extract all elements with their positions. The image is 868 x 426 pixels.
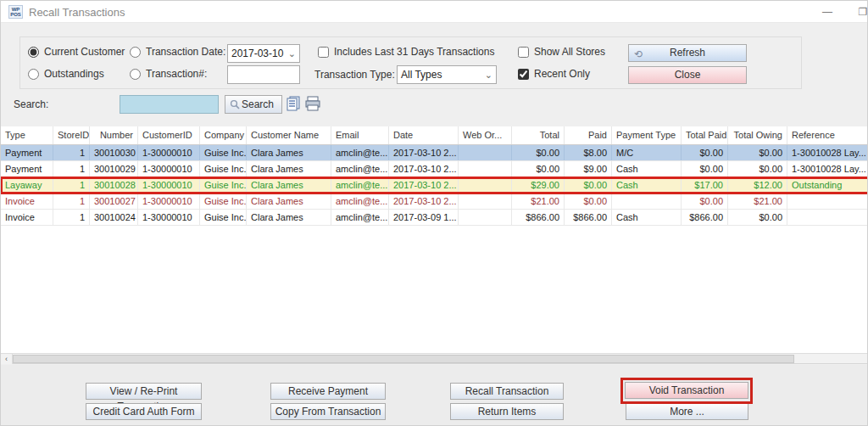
cell[interactable]: Cash <box>612 177 682 193</box>
radio-transaction-number-input[interactable] <box>130 69 141 80</box>
cell[interactable]: M/C <box>612 145 682 160</box>
column-header[interactable]: Web Or... <box>459 126 512 144</box>
cell[interactable]: Clara James <box>247 193 331 209</box>
cell[interactable]: Payment <box>1 161 53 177</box>
cell[interactable]: $0.00 <box>682 161 728 177</box>
radio-outstandings[interactable]: Outstandings <box>28 68 104 80</box>
scrollbar-thumb[interactable] <box>13 355 794 363</box>
checkbox-recent-only-input[interactable] <box>518 69 529 80</box>
cell[interactable]: Invoice <box>1 193 53 209</box>
cell[interactable]: 2017-03-10 2... <box>389 161 459 177</box>
column-header[interactable]: Date <box>389 126 459 144</box>
return-items-button[interactable]: Return Items <box>450 403 564 420</box>
cell[interactable]: $0.00 <box>728 210 787 225</box>
cell[interactable] <box>459 193 512 209</box>
cell[interactable]: 30010024 <box>90 210 138 225</box>
cell[interactable]: Layaway <box>1 177 53 193</box>
column-header[interactable]: StoreID <box>53 126 90 144</box>
cell[interactable]: 30010030 <box>90 145 138 160</box>
cell[interactable]: $0.00 <box>512 161 565 177</box>
refresh-button[interactable]: ⟲ Refresh <box>628 44 747 62</box>
checkbox-show-all-stores-input[interactable] <box>518 47 529 58</box>
receive-payment-button[interactable]: Receive Payment <box>270 383 386 400</box>
recall-transaction-button[interactable]: Recall Transaction <box>450 383 564 400</box>
cell[interactable]: Cash <box>612 161 682 177</box>
cell[interactable]: 1-30000010 <box>138 210 200 225</box>
cell[interactable]: 30010027 <box>90 193 138 209</box>
cell[interactable]: $0.00 <box>682 145 728 160</box>
cell[interactable] <box>459 210 512 225</box>
export-list-icon[interactable] <box>286 94 303 113</box>
transaction-date-combobox[interactable]: 2017-03-10 ⌄ <box>227 44 300 63</box>
cell[interactable]: Clara James <box>247 161 331 177</box>
cell[interactable]: 2017-03-10 2... <box>389 145 459 160</box>
column-header[interactable]: Type <box>1 126 53 144</box>
column-header[interactable]: Total <box>512 126 565 144</box>
table-row[interactable]: Payment1300100301-30000010Guise Inc.Clar… <box>1 145 868 161</box>
radio-outstandings-input[interactable] <box>28 69 39 80</box>
search-input[interactable] <box>120 95 219 114</box>
column-header[interactable]: Company <box>200 126 247 144</box>
horizontal-scrollbar[interactable]: ‹ <box>1 353 868 364</box>
column-header[interactable]: Reference <box>787 126 868 144</box>
search-button[interactable]: Search <box>225 95 282 114</box>
cell[interactable]: $29.00 <box>512 177 565 193</box>
column-header[interactable]: CustomerID <box>138 126 200 144</box>
table-row[interactable]: Invoice1300100271-30000010Guise Inc.Clar… <box>1 193 868 210</box>
cell[interactable]: Cash <box>612 210 682 225</box>
cell[interactable]: 1 <box>53 193 90 209</box>
cell[interactable]: $0.00 <box>565 193 612 209</box>
cell[interactable]: Clara James <box>247 210 331 225</box>
cell[interactable]: amclin@te... <box>331 145 389 160</box>
table-row[interactable]: Payment1300100291-30000010Guise Inc.Clar… <box>1 161 868 177</box>
column-header[interactable]: Number <box>90 126 138 144</box>
cell[interactable]: $0.00 <box>512 145 565 160</box>
cell[interactable]: Guise Inc. <box>200 161 247 177</box>
cell[interactable]: 1-30010028 Lay... <box>787 161 868 177</box>
cell[interactable]: Guise Inc. <box>200 177 247 193</box>
cell[interactable]: 1 <box>53 177 90 193</box>
cell[interactable]: $866.00 <box>682 210 728 225</box>
cell[interactable]: 1 <box>53 145 90 160</box>
column-header[interactable]: Paid <box>565 126 612 144</box>
cell[interactable]: $9.00 <box>565 161 612 177</box>
cell[interactable] <box>787 193 868 209</box>
cell[interactable]: Invoice <box>1 210 53 225</box>
cell[interactable]: 2017-03-09 1... <box>389 210 459 225</box>
cell[interactable]: 2017-03-10 2... <box>389 177 459 193</box>
cell[interactable]: $0.00 <box>728 145 787 160</box>
cell[interactable]: $8.00 <box>565 145 612 160</box>
cell[interactable]: 30010029 <box>90 161 138 177</box>
copy-from-transaction-button[interactable]: Copy From Transaction <box>270 403 386 420</box>
cell[interactable]: $17.00 <box>682 177 728 193</box>
cell[interactable] <box>459 161 512 177</box>
radio-current-customer[interactable]: Current Customer <box>28 46 125 58</box>
scroll-left-arrow[interactable]: ‹ <box>1 354 13 364</box>
column-header[interactable]: Customer Name <box>247 126 331 144</box>
cell[interactable]: $0.00 <box>682 193 728 209</box>
transaction-type-combobox[interactable]: All Types ⌄ <box>397 65 497 84</box>
cell[interactable]: $866.00 <box>512 210 565 225</box>
cell[interactable]: Guise Inc. <box>200 145 247 160</box>
column-header[interactable]: Total Paid <box>682 126 728 144</box>
cell[interactable]: Guise Inc. <box>200 193 247 209</box>
cell[interactable]: Guise Inc. <box>200 210 247 225</box>
cell[interactable]: $21.00 <box>728 193 787 209</box>
cell[interactable] <box>459 177 512 193</box>
print-icon[interactable] <box>304 94 321 113</box>
cell[interactable]: amclin@te... <box>331 177 389 193</box>
cell[interactable]: amclin@te... <box>331 193 389 209</box>
transaction-number-input[interactable] <box>227 65 300 84</box>
cell[interactable]: 1 <box>53 210 90 225</box>
table-row[interactable]: Invoice1300100241-30000010Guise Inc.Clar… <box>1 210 868 226</box>
cell[interactable]: $0.00 <box>728 161 787 177</box>
cell[interactable]: amclin@te... <box>331 161 389 177</box>
column-header[interactable]: Total Owing <box>728 126 787 144</box>
radio-transaction-date[interactable]: Transaction Date: <box>130 46 225 58</box>
cell[interactable]: 1-30000010 <box>138 161 200 177</box>
checkbox-show-all-stores[interactable]: Show All Stores <box>518 46 605 58</box>
cell[interactable] <box>459 145 512 160</box>
cell[interactable] <box>612 193 682 209</box>
column-header[interactable]: Payment Type <box>612 126 682 144</box>
cell[interactable]: amclin@te... <box>331 210 389 225</box>
